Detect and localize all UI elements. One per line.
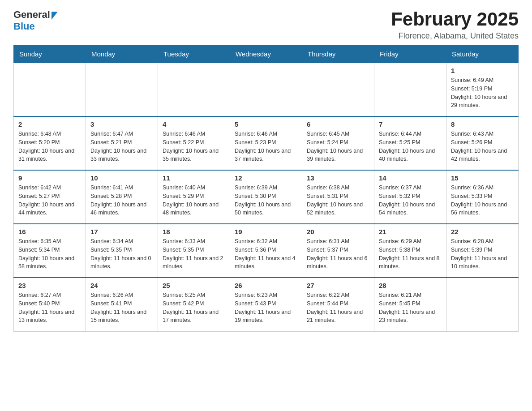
day-number: 10 xyxy=(90,174,153,182)
day-number: 27 xyxy=(307,282,369,289)
day-info: Sunrise: 6:32 AMSunset: 5:36 PMDaylight:… xyxy=(235,237,297,271)
day-number: 9 xyxy=(18,174,81,182)
location-subtitle: Florence, Alabama, United States xyxy=(391,31,519,41)
calendar-cell: 14Sunrise: 6:37 AMSunset: 5:32 PMDayligh… xyxy=(374,170,446,224)
day-number: 24 xyxy=(90,282,153,289)
day-of-week-header: Thursday xyxy=(302,46,374,63)
calendar-cell xyxy=(86,63,158,116)
calendar-week-row: 1Sunrise: 6:49 AMSunset: 5:19 PMDaylight… xyxy=(14,63,519,116)
day-number: 1 xyxy=(451,67,514,74)
day-number: 14 xyxy=(379,174,442,182)
day-info: Sunrise: 6:31 AMSunset: 5:37 PMDaylight:… xyxy=(307,237,369,271)
calendar-cell: 5Sunrise: 6:46 AMSunset: 5:23 PMDaylight… xyxy=(230,116,302,170)
calendar-cell xyxy=(446,278,519,331)
day-number: 17 xyxy=(90,228,153,235)
calendar-header-row: SundayMondayTuesdayWednesdayThursdayFrid… xyxy=(14,46,519,63)
logo-triangle-icon xyxy=(51,12,58,20)
day-number: 23 xyxy=(18,282,81,289)
day-number: 22 xyxy=(451,228,514,235)
day-info: Sunrise: 6:47 AMSunset: 5:21 PMDaylight:… xyxy=(90,130,153,163)
page-header: General Blue February 2025 Florence, Ala… xyxy=(13,9,519,41)
calendar-cell: 17Sunrise: 6:34 AMSunset: 5:35 PMDayligh… xyxy=(86,224,158,278)
day-info: Sunrise: 6:46 AMSunset: 5:22 PMDaylight:… xyxy=(163,130,225,163)
day-number: 16 xyxy=(18,228,81,235)
logo: General Blue xyxy=(13,9,58,32)
day-number: 6 xyxy=(307,120,369,128)
day-info: Sunrise: 6:25 AMSunset: 5:42 PMDaylight:… xyxy=(163,291,225,325)
calendar-cell xyxy=(230,63,302,116)
day-info: Sunrise: 6:39 AMSunset: 5:30 PMDaylight:… xyxy=(235,184,297,217)
calendar-cell: 1Sunrise: 6:49 AMSunset: 5:19 PMDaylight… xyxy=(446,63,519,116)
day-info: Sunrise: 6:23 AMSunset: 5:43 PMDaylight:… xyxy=(235,291,297,325)
day-number: 28 xyxy=(379,282,442,289)
day-number: 21 xyxy=(379,228,442,235)
day-info: Sunrise: 6:43 AMSunset: 5:26 PMDaylight:… xyxy=(451,130,514,163)
day-info: Sunrise: 6:40 AMSunset: 5:29 PMDaylight:… xyxy=(163,184,225,217)
calendar-cell: 10Sunrise: 6:41 AMSunset: 5:28 PMDayligh… xyxy=(86,170,158,224)
title-section: February 2025 Florence, Alabama, United … xyxy=(391,9,519,41)
day-of-week-header: Friday xyxy=(374,46,446,63)
calendar-week-row: 16Sunrise: 6:35 AMSunset: 5:34 PMDayligh… xyxy=(14,224,519,278)
day-info: Sunrise: 6:33 AMSunset: 5:35 PMDaylight:… xyxy=(163,237,225,271)
calendar-cell: 8Sunrise: 6:43 AMSunset: 5:26 PMDaylight… xyxy=(446,116,519,170)
day-info: Sunrise: 6:46 AMSunset: 5:23 PMDaylight:… xyxy=(235,130,297,163)
day-of-week-header: Tuesday xyxy=(158,46,230,63)
day-number: 12 xyxy=(235,174,297,182)
day-info: Sunrise: 6:28 AMSunset: 5:39 PMDaylight:… xyxy=(451,237,514,271)
calendar-cell: 13Sunrise: 6:38 AMSunset: 5:31 PMDayligh… xyxy=(302,170,374,224)
calendar-cell: 23Sunrise: 6:27 AMSunset: 5:40 PMDayligh… xyxy=(14,278,86,331)
day-number: 19 xyxy=(235,228,297,235)
day-info: Sunrise: 6:27 AMSunset: 5:40 PMDaylight:… xyxy=(18,291,81,325)
calendar-cell: 25Sunrise: 6:25 AMSunset: 5:42 PMDayligh… xyxy=(158,278,230,331)
calendar-cell: 7Sunrise: 6:44 AMSunset: 5:25 PMDaylight… xyxy=(374,116,446,170)
calendar-cell xyxy=(158,63,230,116)
day-number: 5 xyxy=(235,120,297,128)
calendar-cell: 27Sunrise: 6:22 AMSunset: 5:44 PMDayligh… xyxy=(302,278,374,331)
day-info: Sunrise: 6:26 AMSunset: 5:41 PMDaylight:… xyxy=(90,291,153,325)
calendar-cell: 11Sunrise: 6:40 AMSunset: 5:29 PMDayligh… xyxy=(158,170,230,224)
calendar-cell: 6Sunrise: 6:45 AMSunset: 5:24 PMDaylight… xyxy=(302,116,374,170)
calendar-cell: 21Sunrise: 6:29 AMSunset: 5:38 PMDayligh… xyxy=(374,224,446,278)
day-number: 11 xyxy=(163,174,225,182)
day-number: 4 xyxy=(163,120,225,128)
day-number: 2 xyxy=(18,120,81,128)
calendar-cell: 19Sunrise: 6:32 AMSunset: 5:36 PMDayligh… xyxy=(230,224,302,278)
day-info: Sunrise: 6:45 AMSunset: 5:24 PMDaylight:… xyxy=(307,130,369,163)
day-number: 7 xyxy=(379,120,442,128)
calendar-cell: 15Sunrise: 6:36 AMSunset: 5:33 PMDayligh… xyxy=(446,170,519,224)
day-info: Sunrise: 6:49 AMSunset: 5:19 PMDaylight:… xyxy=(451,76,514,110)
calendar-cell: 18Sunrise: 6:33 AMSunset: 5:35 PMDayligh… xyxy=(158,224,230,278)
day-number: 3 xyxy=(90,120,153,128)
day-info: Sunrise: 6:29 AMSunset: 5:38 PMDaylight:… xyxy=(379,237,442,271)
calendar-cell: 3Sunrise: 6:47 AMSunset: 5:21 PMDaylight… xyxy=(86,116,158,170)
calendar-cell: 22Sunrise: 6:28 AMSunset: 5:39 PMDayligh… xyxy=(446,224,519,278)
day-number: 20 xyxy=(307,228,369,235)
day-of-week-header: Wednesday xyxy=(230,46,302,63)
logo-text-blue: Blue xyxy=(13,21,35,32)
calendar-week-row: 2Sunrise: 6:48 AMSunset: 5:20 PMDaylight… xyxy=(14,116,519,170)
day-info: Sunrise: 6:34 AMSunset: 5:35 PMDaylight:… xyxy=(90,237,153,271)
day-of-week-header: Saturday xyxy=(446,46,519,63)
calendar-cell: 16Sunrise: 6:35 AMSunset: 5:34 PMDayligh… xyxy=(14,224,86,278)
calendar-week-row: 9Sunrise: 6:42 AMSunset: 5:27 PMDaylight… xyxy=(14,170,519,224)
calendar-cell xyxy=(302,63,374,116)
day-info: Sunrise: 6:35 AMSunset: 5:34 PMDaylight:… xyxy=(18,237,81,271)
calendar-cell: 26Sunrise: 6:23 AMSunset: 5:43 PMDayligh… xyxy=(230,278,302,331)
calendar-cell: 12Sunrise: 6:39 AMSunset: 5:30 PMDayligh… xyxy=(230,170,302,224)
day-number: 26 xyxy=(235,282,297,289)
day-info: Sunrise: 6:21 AMSunset: 5:45 PMDaylight:… xyxy=(379,291,442,325)
day-info: Sunrise: 6:48 AMSunset: 5:20 PMDaylight:… xyxy=(18,130,81,163)
calendar-cell: 9Sunrise: 6:42 AMSunset: 5:27 PMDaylight… xyxy=(14,170,86,224)
calendar-cell: 2Sunrise: 6:48 AMSunset: 5:20 PMDaylight… xyxy=(14,116,86,170)
day-number: 25 xyxy=(163,282,225,289)
day-number: 15 xyxy=(451,174,514,182)
day-info: Sunrise: 6:44 AMSunset: 5:25 PMDaylight:… xyxy=(379,130,442,163)
day-of-week-header: Monday xyxy=(86,46,158,63)
calendar-cell: 24Sunrise: 6:26 AMSunset: 5:41 PMDayligh… xyxy=(86,278,158,331)
day-info: Sunrise: 6:41 AMSunset: 5:28 PMDaylight:… xyxy=(90,184,153,217)
calendar-cell: 28Sunrise: 6:21 AMSunset: 5:45 PMDayligh… xyxy=(374,278,446,331)
calendar-table: SundayMondayTuesdayWednesdayThursdayFrid… xyxy=(13,45,519,332)
month-title: February 2025 xyxy=(391,9,519,30)
day-info: Sunrise: 6:42 AMSunset: 5:27 PMDaylight:… xyxy=(18,184,81,217)
day-number: 18 xyxy=(163,228,225,235)
